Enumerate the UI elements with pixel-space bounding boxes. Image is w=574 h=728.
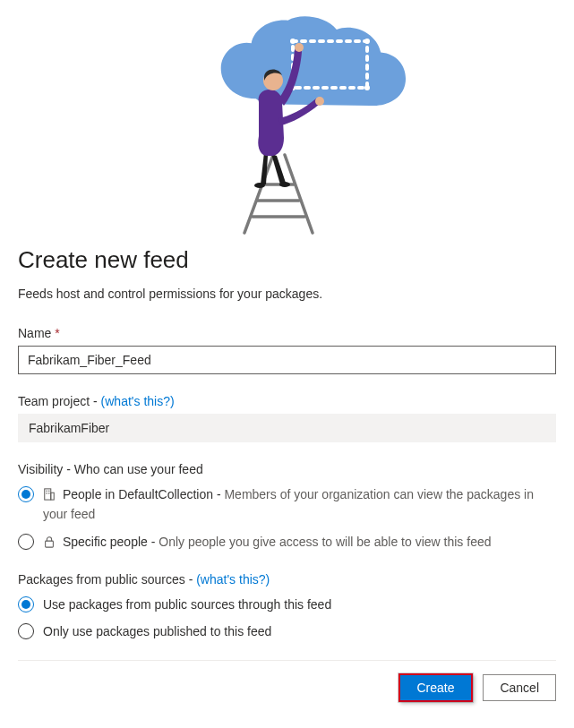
team-project-field: Team project - (what's this?) FabrikamFi… <box>18 394 556 442</box>
public-sources-option-only[interactable]: Only use packages published to this feed <box>18 622 556 640</box>
public-sources-option-use[interactable]: Use packages from public sources through… <box>18 595 556 613</box>
public-sources-section: Packages from public sources - (what's t… <box>18 572 556 641</box>
footer-divider <box>18 660 556 661</box>
team-project-whats-this-link[interactable]: (what's this?) <box>101 394 175 408</box>
radio-collection[interactable] <box>18 486 34 502</box>
svg-point-0 <box>290 39 296 44</box>
visibility-option-collection[interactable]: People in DefaultCollection - Members of… <box>18 485 556 524</box>
team-project-label: Team project - (what's this?) <box>18 394 556 408</box>
svg-rect-11 <box>47 491 47 492</box>
dialog-footer: Create Cancel <box>18 673 556 702</box>
team-project-label-text: Team project - <box>18 394 98 408</box>
svg-rect-13 <box>47 492 47 493</box>
name-input[interactable] <box>18 346 556 374</box>
lock-icon <box>43 535 56 552</box>
visibility-label: Visibility - Who can use your feed <box>18 462 556 476</box>
public-sources-label: Packages from public sources - (what's t… <box>18 572 556 587</box>
cloud-person-illustration-icon <box>153 5 422 236</box>
svg-point-3 <box>364 85 370 90</box>
public-sources-whats-this-link[interactable]: (what's this?) <box>196 572 270 587</box>
visibility-section: Visibility - Who can use your feed Peopl… <box>18 462 556 552</box>
org-icon <box>43 487 56 505</box>
visibility-option-specific-desc: Only people you give access to will be a… <box>158 535 491 549</box>
team-project-value: FabrikamFiber <box>18 414 556 442</box>
svg-point-1 <box>364 39 370 44</box>
svg-point-7 <box>254 183 265 188</box>
svg-rect-15 <box>46 541 54 547</box>
svg-rect-10 <box>51 492 55 500</box>
radio-only-published[interactable] <box>18 623 34 639</box>
name-field: Name * <box>18 326 556 374</box>
cancel-button[interactable]: Cancel <box>483 674 556 701</box>
svg-point-4 <box>295 43 304 52</box>
public-sources-option-only-label: Only use packages published to this feed <box>43 622 556 640</box>
public-sources-option-use-label: Use packages from public sources through… <box>43 595 556 613</box>
svg-point-5 <box>315 97 324 106</box>
name-label: Name * <box>18 326 556 340</box>
page-subtitle: Feeds host and control permissions for y… <box>18 287 556 301</box>
svg-rect-12 <box>48 491 49 492</box>
svg-point-8 <box>279 182 290 187</box>
svg-rect-14 <box>48 492 49 493</box>
visibility-option-collection-strong: People in DefaultCollection - <box>63 487 221 501</box>
name-label-text: Name <box>18 326 51 340</box>
svg-rect-9 <box>45 489 51 500</box>
visibility-option-specific[interactable]: Specific people - Only people you give a… <box>18 533 556 552</box>
public-sources-label-text: Packages from public sources - <box>18 572 193 587</box>
hero-illustration <box>18 0 556 239</box>
create-button[interactable]: Create <box>398 673 472 702</box>
required-asterisk: * <box>55 326 59 340</box>
page-title: Create new feed <box>18 246 556 274</box>
radio-specific[interactable] <box>18 534 34 550</box>
visibility-option-specific-strong: Specific people - <box>63 535 156 549</box>
radio-use-public[interactable] <box>18 596 34 612</box>
